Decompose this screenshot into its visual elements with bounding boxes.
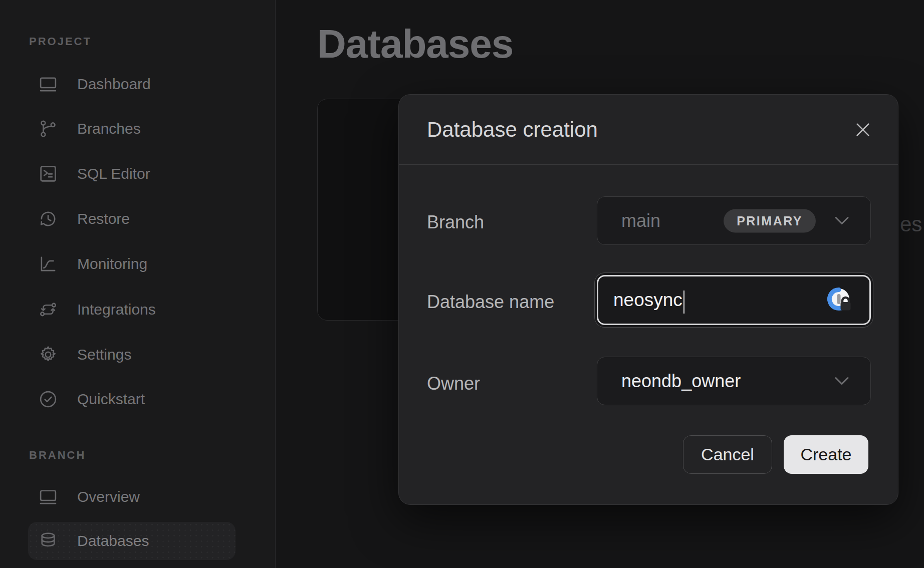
- sidebar-item-label: Quickstart: [77, 391, 145, 408]
- branch-field-label: Branch: [427, 212, 484, 233]
- sidebar-item-label: Settings: [77, 346, 131, 363]
- sidebar-item-overview[interactable]: Overview: [0, 474, 276, 519]
- sidebar-item-label: Dashboard: [77, 76, 151, 93]
- sidebar-item-quickstart[interactable]: Quickstart: [0, 377, 276, 422]
- gear-icon: [38, 344, 59, 365]
- owner-select[interactable]: neondb_owner: [597, 357, 871, 405]
- owner-select-value: neondb_owner: [621, 371, 741, 392]
- sidebar-item-branches[interactable]: Branches: [0, 106, 276, 151]
- chevron-down-icon: [834, 216, 849, 225]
- page-title: Databases: [317, 21, 513, 67]
- sidebar-item-label: Branches: [77, 120, 141, 137]
- sidebar-item-label: Integrations: [77, 301, 156, 318]
- sidebar-item-settings[interactable]: Settings: [0, 332, 276, 377]
- database-creation-modal: Database creation Branch main PRIMARY Da…: [398, 94, 898, 505]
- sql-editor-icon: [38, 163, 59, 184]
- database-name-value: neosync: [613, 290, 682, 311]
- chevron-down-icon: [834, 376, 849, 386]
- modal-title: Database creation: [427, 118, 598, 142]
- sidebar-item-label: Monitoring: [77, 255, 147, 272]
- git-branch-icon: [38, 118, 59, 139]
- sidebar-item-sql-editor[interactable]: SQL Editor: [0, 151, 276, 196]
- restore-clock-icon: [38, 208, 59, 229]
- primary-badge: PRIMARY: [724, 209, 816, 232]
- database-name-field-label: Database name: [427, 292, 554, 313]
- sidebar: PROJECT Dashboard Branches SQL Editor Re…: [0, 0, 276, 568]
- dashboard-icon: [38, 74, 59, 95]
- sidebar-item-label: Overview: [77, 488, 140, 505]
- branch-select-value: main: [621, 210, 660, 231]
- sidebar-item-monitoring[interactable]: Monitoring: [0, 241, 276, 287]
- check-circle-icon: [38, 389, 59, 410]
- sidebar-item-dashboard[interactable]: Dashboard: [0, 62, 276, 107]
- database-icon: [38, 530, 59, 551]
- sidebar-item-label: Restore: [77, 210, 130, 227]
- cancel-button[interactable]: Cancel: [683, 435, 772, 474]
- owner-field-label: Owner: [427, 373, 480, 394]
- sidebar-item-restore[interactable]: Restore: [0, 196, 276, 241]
- cancel-button-label: Cancel: [701, 445, 754, 464]
- sidebar-item-label: SQL Editor: [77, 165, 150, 182]
- sidebar-section-branch: BRANCH: [29, 449, 86, 462]
- branch-select[interactable]: main PRIMARY: [597, 196, 871, 245]
- background-text-fragment: es w: [900, 212, 924, 236]
- sidebar-section-project: PROJECT: [29, 35, 92, 48]
- database-name-input[interactable]: neosync: [597, 275, 871, 325]
- overview-icon: [38, 486, 59, 507]
- integrations-icon: [38, 299, 59, 320]
- create-button-label: Create: [800, 445, 851, 464]
- monitoring-chart-icon: [38, 253, 59, 274]
- sidebar-item-integrations[interactable]: Integrations: [0, 287, 276, 332]
- text-caret: [683, 291, 685, 314]
- create-button[interactable]: Create: [784, 435, 868, 474]
- sidebar-item-label: Databases: [77, 532, 149, 549]
- modal-header: Database creation: [399, 95, 898, 165]
- close-icon[interactable]: [852, 119, 874, 141]
- 1password-icon[interactable]: [825, 286, 854, 315]
- sidebar-item-databases[interactable]: Databases: [28, 522, 236, 560]
